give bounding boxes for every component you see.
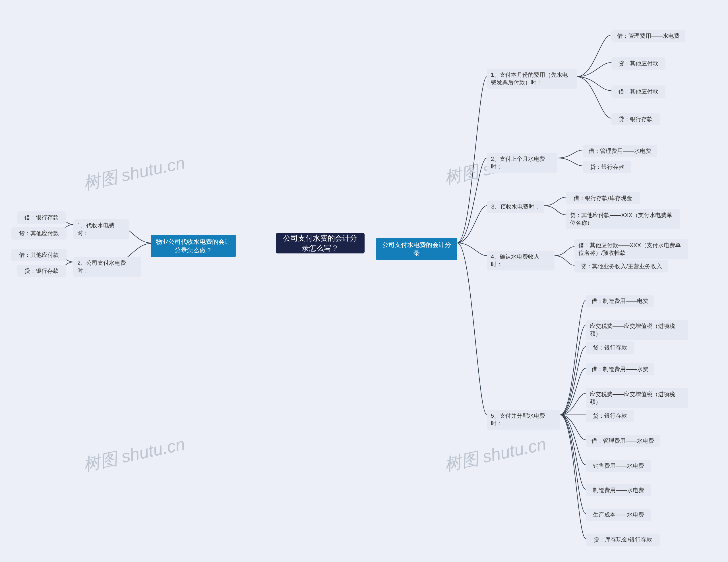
r4-leaf-0: 借：制造费用——电费	[586, 295, 654, 307]
r4-leaf-3: 借：制造费用——水费	[586, 363, 654, 375]
r0-leaf-0: 借：管理费用——水电费	[611, 30, 685, 42]
r4-leaf-2: 贷：银行存款	[586, 341, 634, 354]
left-l1: 物业公司代收水电费的会计分录怎么做？	[151, 235, 236, 257]
r1-leaf-1: 贷：银行存款	[583, 161, 631, 173]
r4-leaf-9: 生产成本——水电费	[586, 509, 651, 521]
right-item-3: 4、确认水电费收入时：	[487, 251, 555, 271]
r4-leaf-10: 贷：库存现金/银行存款	[586, 534, 660, 546]
r0-leaf-2: 借：其他应付款	[611, 86, 665, 98]
l1-leaf-1: 贷：银行存款	[17, 265, 66, 277]
r4-leaf-4: 应交税费——应交增值税（进项税额）	[586, 388, 688, 408]
right-l1: 公司支付水电费的会计分录	[376, 238, 457, 260]
r0-leaf-3: 贷：银行存款	[611, 113, 660, 125]
right-item-2: 3、预收水电费时：	[487, 201, 544, 213]
l0-leaf-0: 借：银行存款	[17, 212, 66, 224]
r1-leaf-0: 借：管理费用——水电费	[583, 145, 657, 157]
r4-leaf-6: 借：管理费用——水电费	[586, 435, 660, 447]
right-item-0: 1、支付本月份的费用（先水电费发票后付款）时：	[487, 69, 577, 89]
root-node: 公司支付水费的会计分录怎么写？	[276, 233, 365, 254]
r4-leaf-1: 应交税费——应交增值税（进项税额）	[586, 320, 688, 340]
r4-leaf-8: 制造费用——水电费	[586, 484, 651, 496]
r2-leaf-0: 借：银行存款/库存现金	[566, 192, 640, 204]
left-item-1: 2、公司支付水电费时：	[73, 257, 141, 277]
r3-leaf-1: 贷：其他业务收入/主营业务收入	[574, 260, 668, 273]
r3-leaf-0: 借：其他应付款——XXX（支付水电费单位名称）/预收帐款	[574, 239, 688, 259]
r4-leaf-5: 贷：银行存款	[586, 410, 634, 422]
l1-leaf-0: 借：其他应付款	[11, 249, 67, 261]
right-item-1: 2、支付上个月水电费时：	[487, 153, 557, 173]
r2-leaf-1: 贷：其他应付款——XXX（支付水电费单位名称）	[566, 209, 680, 229]
r0-leaf-1: 贷：其他应付款	[611, 57, 665, 70]
r4-leaf-7: 销售费用——水电费	[586, 460, 651, 472]
l0-leaf-1: 贷：其他应付款	[11, 227, 67, 240]
left-item-0: 1、代收水电费时：	[73, 219, 129, 239]
right-item-4: 5、支付并分配水电费时：	[487, 410, 560, 430]
